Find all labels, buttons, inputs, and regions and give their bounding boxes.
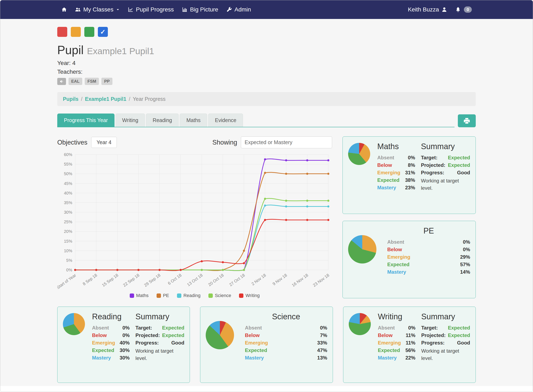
maths-pie-chart (348, 143, 370, 165)
top-navbar: My Classes Pupil Progress Big Picture Ad… (0, 0, 533, 19)
legend-item-science[interactable]: Science (209, 293, 231, 298)
stat-emerging: Emerging29% (387, 254, 470, 260)
legend-item-reading[interactable]: Reading (177, 293, 200, 298)
flag-fsm: FSM (85, 78, 99, 85)
home-icon (61, 7, 67, 13)
status-square-3-checked[interactable] (98, 27, 108, 37)
pe-pie-chart (348, 235, 376, 263)
page-title: PupilExample1 Pupil1 (57, 43, 476, 57)
stats-list: Absent0%Below8%Emerging31%Expected38%Mas… (377, 155, 415, 191)
nav-big-picture[interactable]: Big Picture (178, 0, 222, 19)
science-summary-card: ScienceAbsent0%Below7%Emerging33%Expecte… (200, 307, 333, 383)
objectives-year-select[interactable]: Year 4 (91, 137, 117, 148)
svg-text:8 Sep 18: 8 Sep 18 (82, 273, 98, 286)
svg-text:45%: 45% (64, 181, 72, 186)
svg-text:10%: 10% (64, 248, 72, 253)
summary-row: Progress:Good (135, 340, 185, 346)
nav-big-picture-label: Big Picture (190, 6, 218, 13)
card-summary-title: Summary (421, 142, 470, 151)
summary-note: Working at target level. (135, 347, 185, 362)
stat-mastery: Mastery14% (387, 269, 470, 275)
flag-pp: PP (101, 78, 112, 85)
stat-absent: Absent0% (92, 325, 130, 331)
svg-text:6 Oct 18: 6 Oct 18 (167, 273, 182, 285)
stat-absent: Absent0% (377, 155, 415, 161)
nav-pupil-progress[interactable]: Pupil Progress (124, 0, 178, 19)
year-label: Year: 4 (57, 60, 476, 66)
summary-row: Target:Expected (421, 325, 470, 331)
status-square-0[interactable] (57, 27, 67, 37)
writing-pie-chart (349, 313, 371, 335)
card-subject-title: Writing (378, 312, 416, 321)
stat-emerging: Emerging31% (377, 170, 415, 176)
bar-chart-icon (182, 7, 188, 13)
stat-below: Below0% (92, 332, 130, 338)
svg-text:20%: 20% (64, 229, 72, 234)
stat-mastery: Mastery23% (377, 185, 415, 191)
wrench-icon (226, 7, 232, 13)
stat-emerging: Emerging40% (92, 340, 130, 346)
notifications-button[interactable]: 0 (451, 0, 476, 19)
svg-text:Start of Year: Start of Year (57, 273, 77, 290)
tab-reading[interactable]: Reading (146, 113, 179, 127)
progress-line-chart[interactable]: 0%5%10%15%20%25%30%35%40%45%50%55%60%Sta… (57, 151, 332, 292)
stat-expected: Expected56% (378, 347, 416, 353)
svg-text:22 Sep 18: 22 Sep 18 (122, 273, 140, 287)
printer-icon (463, 117, 470, 124)
nav-my-classes[interactable]: My Classes (71, 0, 124, 19)
svg-text:25%: 25% (64, 219, 72, 224)
card-subject-title: Maths (377, 142, 415, 151)
flag-eal: EAL (69, 78, 82, 85)
status-square-2[interactable] (84, 27, 94, 37)
legend-swatch (177, 294, 181, 298)
status-square-1[interactable] (71, 27, 81, 37)
bell-icon (455, 7, 461, 13)
user-name: Keith Buzza (408, 6, 439, 13)
stat-mastery: Mastery30% (92, 355, 130, 361)
maths-summary-block: SummaryTarget:ExpectedProjected:Expected… (421, 142, 470, 192)
stat-expected: Expected38% (377, 177, 415, 183)
summary-row: Projected:Expected (135, 332, 185, 338)
legend-item-writing[interactable]: Writing (239, 293, 260, 298)
tab-maths[interactable]: Maths (180, 113, 207, 127)
user-menu[interactable]: Keith Buzza (404, 0, 451, 19)
user-icon (441, 7, 447, 13)
svg-text:27 Oct 18: 27 Oct 18 (228, 273, 246, 287)
tab-progress-this-year[interactable]: Progress This Year (57, 113, 115, 127)
breadcrumb-pupil[interactable]: Example1 Pupil1 (85, 96, 126, 102)
writing-summary-card: WritingAbsent0%Below11%Emerging11%Expect… (343, 307, 476, 383)
nav-pupil-progress-label: Pupil Progress (136, 6, 174, 13)
science-stats-block: ScienceAbsent0%Below7%Emerging33%Expecte… (245, 312, 327, 362)
summary-row: Target:Expected (135, 325, 185, 331)
nav-my-classes-label: My Classes (83, 6, 113, 13)
print-button[interactable] (458, 114, 476, 127)
card-subject-title: PE (387, 226, 470, 235)
line-chart-icon (128, 7, 134, 13)
stat-absent: Absent0% (245, 325, 327, 331)
svg-text:9 Nov 18: 9 Nov 18 (272, 273, 288, 286)
chart-panel: Objectives Year 4 Showing 0%5%10%15%20%2… (57, 136, 332, 298)
nav-home[interactable] (57, 0, 71, 19)
showing-filter-input[interactable] (241, 136, 332, 148)
breadcrumb-pupils[interactable]: Pupils (63, 96, 79, 102)
writing-summary-block: SummaryTarget:ExpectedProjected:Expected… (421, 312, 470, 362)
nav-admin[interactable]: Admin (222, 0, 255, 19)
svg-text:50%: 50% (64, 171, 72, 176)
breadcrumb-separator: / (81, 96, 83, 102)
svg-text:30%: 30% (64, 210, 72, 215)
pupil-flags: EAL FSM PP (57, 78, 476, 85)
tab-writing[interactable]: Writing (116, 113, 145, 127)
stats-list: Absent0%Below11%Emerging11%Expected56%Ma… (378, 325, 416, 361)
reading-summary-card: ReadingAbsent0%Below0%Emerging40%Expecte… (57, 307, 190, 383)
page-footer (0, 386, 533, 392)
stat-emerging: Emerging33% (245, 340, 327, 346)
legend-swatch (239, 294, 243, 298)
objectives-label: Objectives (57, 139, 88, 146)
legend-item-maths[interactable]: Maths (130, 293, 149, 298)
card-summary-title: Summary (421, 312, 470, 321)
teachers-label: Teachers: (57, 69, 476, 75)
tab-evidence[interactable]: Evidence (208, 113, 243, 127)
pupil-name: Example1 Pupil1 (87, 46, 154, 56)
legend-item-pe[interactable]: PE (157, 293, 169, 298)
summary-row: Progress:Good (421, 170, 470, 176)
